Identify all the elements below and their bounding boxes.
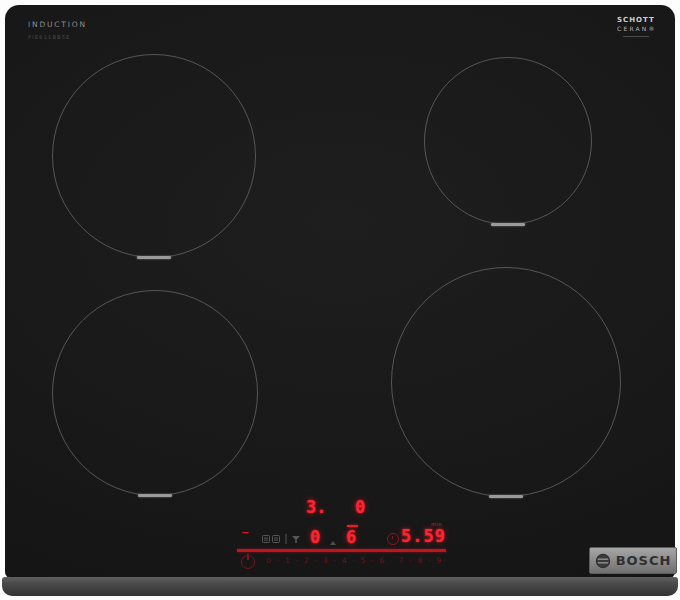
burner-zone-rear-right bbox=[424, 57, 592, 225]
display-rear-right: 0 bbox=[355, 499, 365, 516]
pause-icon bbox=[263, 536, 280, 543]
wrench-icon bbox=[292, 536, 300, 543]
schott-fine-print bbox=[623, 36, 649, 37]
model-number: PIE611BB5E bbox=[28, 34, 70, 40]
schott-line1: SCHOTT bbox=[617, 16, 657, 24]
display-front-left: 0 bbox=[310, 529, 320, 546]
slider-track[interactable] bbox=[237, 549, 446, 552]
burner-zone-front-right bbox=[391, 267, 621, 497]
minus-indicator: − bbox=[241, 528, 249, 538]
panel-function-icons bbox=[262, 533, 304, 545]
power-level-slider[interactable]: 0 · 1 · 2 · 3 · 4 · 5 · 6 · 7 · 8 · 9 bbox=[266, 556, 442, 565]
timer-unit-label: min bbox=[431, 521, 442, 527]
zone-marker bbox=[489, 495, 523, 498]
power-button[interactable] bbox=[241, 555, 255, 569]
bosch-anchor-icon bbox=[595, 553, 611, 569]
bosch-wordmark: BOSCH bbox=[616, 553, 672, 568]
schott-line2: CERAN® bbox=[617, 25, 657, 32]
display-front-right: 6 bbox=[346, 529, 356, 546]
burner-zone-front-left bbox=[52, 290, 258, 496]
zone-marker bbox=[138, 494, 172, 497]
timer-display: 5.59 bbox=[401, 528, 446, 545]
pan-indicator-icon bbox=[330, 541, 336, 545]
product-image: INDUCTION PIE611BB5E SCHOTT CERAN® − 3. … bbox=[0, 0, 680, 600]
display-rear-left: 3. bbox=[306, 499, 326, 516]
zone-marker bbox=[137, 256, 171, 259]
bosch-badge: BOSCH bbox=[589, 547, 677, 574]
front-trim-strip bbox=[2, 577, 678, 596]
zone-marker bbox=[491, 223, 525, 226]
schott-ceran-logo: SCHOTT CERAN® bbox=[617, 16, 657, 37]
clock-icon[interactable] bbox=[387, 533, 399, 545]
burner-zone-rear-left bbox=[52, 54, 256, 258]
induction-label: INDUCTION bbox=[28, 20, 87, 29]
